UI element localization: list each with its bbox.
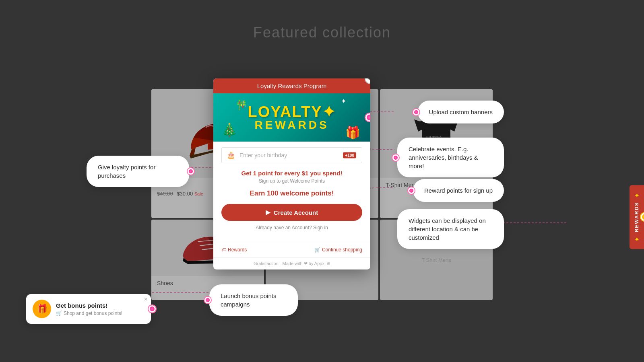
create-account-button[interactable]: ▶ Create Account xyxy=(221,204,362,221)
gift-icon: 🎁 xyxy=(37,304,47,314)
welcome-section: Earn 100 welcome points! xyxy=(221,189,362,197)
upload-connector-dot xyxy=(413,109,419,115)
callout-launch-text: Launch bonus points campaigns xyxy=(221,292,276,308)
bonus-close-button[interactable]: ✕ xyxy=(144,296,148,302)
modal-banner: 🎄 🎋 🎁 ✦ LOYALTY✦ REWARDS xyxy=(213,93,370,142)
callout-upload: Upload custom banners xyxy=(418,101,504,123)
attribution-text: Gratisfaction - Made with ❤ by Appx xyxy=(254,261,324,266)
bonus-sub: 🛒 Shop and get bonus points! xyxy=(56,311,144,316)
callout-widgets: Widgets can be displayed on different lo… xyxy=(397,209,504,249)
bonus-icon: 🎁 xyxy=(33,300,51,318)
brand-icon: 🖥 xyxy=(326,261,330,266)
rewards-icon: 🏷 xyxy=(221,247,226,253)
rewards-star-top: ✦ xyxy=(634,235,640,243)
celebrate-connector-dot xyxy=(392,154,399,161)
callout-celebrate-text: Celebrate events. E.g. anniversaries, bi… xyxy=(409,146,478,169)
bonus-title: Get bonus points! xyxy=(56,302,144,309)
signin-main: Already have an Account? Sign in xyxy=(256,225,328,230)
bonus-content: Get bonus points! 🛒 Shop and get bonus p… xyxy=(56,302,144,316)
earn-sub-text: Sign up to get Welcome Points xyxy=(221,178,362,184)
modal-footer: 🏷 Rewards 🛒 Continue shopping xyxy=(213,242,370,257)
birthday-input[interactable]: Enter your birthday xyxy=(239,152,357,158)
rewards-link[interactable]: 🏷 Rewards xyxy=(221,247,247,253)
close-button[interactable]: ✕ xyxy=(365,78,370,84)
callout-launch: Launch bonus points campaigns xyxy=(209,284,298,316)
modal-attribution: Gratisfaction - Made with ❤ by Appx 🖥 xyxy=(213,257,370,269)
modal-body: 🎂 Enter your birthday +100 Get 1 point f… xyxy=(213,142,370,242)
birthday-row[interactable]: 🎂 Enter your birthday +100 xyxy=(221,147,362,163)
callout-loyalty-text: Give loyalty points for purchases xyxy=(98,164,155,179)
create-label: Create Account xyxy=(274,209,318,216)
callout-reward-text: Reward points for sign up xyxy=(424,187,493,194)
birthday-icon: 🎂 xyxy=(227,151,235,160)
banner-loyalty-text: LOYALTY✦ xyxy=(248,104,336,119)
bonus-subtitle: Shop and get bonus points! xyxy=(64,311,122,316)
birthday-badge: +100 xyxy=(343,152,356,158)
banner-connector-dot xyxy=(365,113,370,121)
signin-text: Already have an Account? Sign in xyxy=(221,225,362,230)
rewards-star-bottom: ✦ xyxy=(634,191,640,199)
shopping-link[interactable]: 🛒 Continue shopping xyxy=(314,247,362,253)
modal-title: Loyalty Rewards Program xyxy=(257,82,327,89)
bonus-popup: 🎁 Get bonus points! 🛒 Shop and get bonus… xyxy=(26,294,151,324)
welcome-text: Earn 100 welcome points! xyxy=(221,189,362,197)
loyalty-connector-dot xyxy=(188,168,194,175)
launch-connector-dot xyxy=(204,297,211,303)
rewards-tab[interactable]: ✦ REWARDS ✦ xyxy=(630,185,644,249)
callout-widgets-text: Widgets can be displayed on different lo… xyxy=(409,217,486,241)
callout-loyalty: Give loyalty points for purchases xyxy=(87,156,189,187)
callout-reward: Reward points for sign up xyxy=(413,179,504,202)
callout-upload-text: Upload custom banners xyxy=(429,109,493,115)
callout-celebrate: Celebrate events. E.g. anniversaries, bi… xyxy=(397,138,504,177)
banner-rewards-text: REWARDS xyxy=(248,119,336,131)
create-icon: ▶ xyxy=(266,209,270,216)
shopping-link-label: Continue shopping xyxy=(322,247,362,253)
loyalty-modal: Loyalty Rewards Program ✕ 🎄 🎋 🎁 ✦ LOYALT… xyxy=(213,78,370,269)
cart-icon: 🛒 xyxy=(314,247,320,253)
reward-connector-dot xyxy=(408,187,415,194)
modal-header: Loyalty Rewards Program ✕ xyxy=(213,78,370,93)
bonus-connector-dot xyxy=(149,305,156,313)
earn-section: Get 1 point for every $1 you spend! Sign… xyxy=(221,170,362,184)
earn-main-text: Get 1 point for every $1 you spend! xyxy=(221,170,362,177)
cart-small-icon: 🛒 xyxy=(56,311,62,316)
rewards-link-label: Rewards xyxy=(228,247,247,253)
rewards-tab-connector-dot xyxy=(641,213,644,221)
rewards-tab-label: REWARDS xyxy=(634,202,640,232)
banner-text: LOYALTY✦ REWARDS xyxy=(248,104,336,131)
